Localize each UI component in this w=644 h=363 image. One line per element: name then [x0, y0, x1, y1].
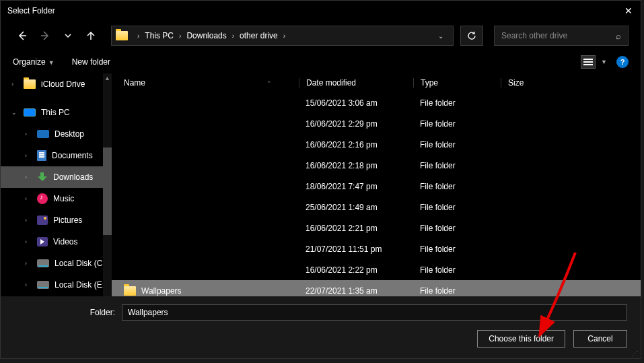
column-headers: Name⌃ Date modified Type Size	[112, 73, 641, 92]
list-row[interactable]: 16/06/2021 2:21 pmFile folder	[112, 218, 641, 238]
tree-item[interactable]: ›Local Disk (E:)	[1, 274, 112, 296]
chevron-down-icon[interactable]: ▼	[601, 59, 607, 65]
breadcrumb-item[interactable]: Downloads	[184, 31, 229, 40]
up-button[interactable]	[81, 26, 100, 45]
scrollbar-thumb[interactable]	[103, 147, 112, 235]
tree-item-icon	[37, 172, 48, 182]
tree-item-icon	[37, 237, 48, 246]
tree-item[interactable]: ›Music	[1, 188, 112, 209]
list-row[interactable]: 16/06/2021 2:29 pmFile folder	[112, 113, 641, 134]
cell-type: File folder	[413, 286, 501, 296]
tree-item-label: This PC	[41, 108, 70, 117]
chevron-icon[interactable]: ›	[25, 282, 32, 288]
tree-item-label: iCloud Drive	[41, 79, 85, 89]
chevron-right-icon[interactable]: ›	[229, 32, 237, 40]
dialog-title: Select Folder	[7, 6, 55, 15]
list-row[interactable]: Wallpapers22/07/2021 1:35 amFile folder	[112, 280, 641, 296]
tree-item-icon	[24, 108, 36, 117]
cell-date: 16/06/2021 2:16 pm	[299, 140, 413, 150]
tree-item[interactable]: ›Desktop	[1, 123, 112, 145]
cell-date: 22/07/2021 1:35 am	[299, 286, 413, 296]
bottom-panel: Folder: Choose this folder Cancel	[1, 296, 641, 358]
resize-grip-icon[interactable]: ⋰	[631, 352, 639, 356]
cell-date: 18/06/2021 7:47 pm	[299, 182, 413, 191]
tree-item-label: Downloads	[53, 172, 93, 182]
column-name[interactable]: Name⌃	[124, 78, 299, 88]
column-date[interactable]: Date modified	[299, 78, 413, 88]
cell-date: 16/06/2021 2:21 pm	[299, 224, 413, 233]
new-folder-button[interactable]: New folder	[72, 57, 110, 67]
chevron-icon[interactable]: ›	[11, 81, 18, 88]
list-row[interactable]: 15/06/2021 3:06 amFile folder	[112, 92, 641, 113]
cell-date: 25/06/2021 1:49 am	[299, 203, 413, 212]
list-row[interactable]: 25/06/2021 1:49 amFile folder	[112, 197, 641, 218]
chevron-down-icon[interactable]: ⌄	[433, 32, 449, 40]
recent-dropdown[interactable]	[59, 26, 77, 45]
column-size[interactable]: Size	[501, 78, 554, 88]
cell-type: File folder	[413, 244, 501, 254]
tree-item-icon	[24, 79, 36, 89]
cell-type: File folder	[413, 140, 501, 150]
tree-item-icon	[37, 150, 46, 161]
chevron-icon[interactable]: ›	[25, 238, 32, 245]
tree-item[interactable]: ⌄This PC	[1, 102, 112, 123]
breadcrumb-item[interactable]: other drive	[237, 31, 281, 40]
chevron-icon[interactable]: ›	[25, 131, 32, 137]
tree-item-label: Pictures	[53, 216, 82, 225]
cell-type: File folder	[413, 98, 501, 108]
tree-item[interactable]: ›Downloads	[1, 166, 112, 188]
chevron-right-icon[interactable]: ›	[176, 32, 184, 40]
cancel-button[interactable]: Cancel	[573, 330, 627, 348]
folder-icon	[124, 286, 136, 296]
content-area: ▲ ›iCloud Drive⌄This PC›Desktop›Document…	[1, 73, 641, 296]
view-button[interactable]	[581, 55, 596, 69]
list-row[interactable]: 18/06/2021 7:47 pmFile folder	[112, 176, 641, 197]
breadcrumb-item[interactable]: This PC	[142, 31, 176, 40]
choose-folder-button[interactable]: Choose this folder	[477, 330, 565, 348]
tree-item-label: Music	[53, 194, 74, 203]
chevron-down-icon: ▼	[48, 59, 55, 66]
list-row[interactable]: 16/06/2021 2:16 pmFile folder	[112, 134, 641, 155]
forward-button[interactable]	[36, 26, 55, 45]
nav-row: › This PC › Downloads › other drive › ⌄ …	[1, 21, 641, 51]
list-row[interactable]: 16/06/2021 2:18 pmFile folder	[112, 155, 641, 176]
tree-item[interactable]: ›Pictures	[1, 209, 112, 231]
list-row[interactable]: 21/07/2021 11:51 pmFile folder	[112, 238, 641, 259]
nav-tree[interactable]: ▲ ›iCloud Drive⌄This PC›Desktop›Document…	[1, 73, 112, 296]
list-row[interactable]: 16/06/2021 2:22 pmFile folder	[112, 259, 641, 280]
organize-button[interactable]: Organize▼	[13, 57, 55, 67]
refresh-button[interactable]	[460, 26, 483, 46]
sort-indicator-icon: ⌃	[266, 80, 272, 87]
tree-item-icon	[37, 130, 49, 138]
tree-item-icon	[37, 281, 49, 289]
tree-item-label: Desktop	[55, 129, 84, 139]
cell-date: 16/06/2021 2:18 pm	[299, 161, 413, 170]
folder-name-input[interactable]	[122, 304, 627, 321]
chevron-icon[interactable]: ⌄	[11, 109, 18, 116]
tree-item-icon	[37, 259, 49, 267]
breadcrumb[interactable]: › This PC › Downloads › other drive › ⌄	[111, 26, 454, 46]
folder-icon	[116, 31, 128, 40]
chevron-icon[interactable]: ›	[25, 152, 32, 159]
chevron-icon[interactable]: ›	[25, 217, 32, 224]
titlebar: Select Folder ✕	[1, 1, 641, 21]
search-box[interactable]: ⌕	[494, 26, 629, 46]
help-icon[interactable]: ?	[616, 56, 629, 68]
chevron-right-icon[interactable]: ›	[135, 32, 142, 40]
chevron-icon[interactable]: ›	[25, 174, 32, 180]
chevron-right-icon[interactable]: ›	[281, 32, 288, 40]
tree-item[interactable]: ›Local Disk (C:)	[1, 253, 112, 274]
tree-item-label: Local Disk (C:)	[55, 259, 108, 268]
back-button[interactable]	[13, 26, 32, 45]
tree-item[interactable]: ›Videos	[1, 231, 112, 253]
chevron-icon[interactable]: ›	[25, 260, 32, 267]
search-icon[interactable]: ⌕	[616, 31, 621, 41]
search-input[interactable]	[501, 31, 616, 40]
tree-item-label: Videos	[53, 237, 77, 246]
column-type[interactable]: Type	[413, 78, 501, 88]
close-icon[interactable]: ✕	[624, 5, 633, 16]
chevron-icon[interactable]: ›	[25, 195, 32, 202]
tree-item[interactable]: ›Documents	[1, 145, 112, 166]
tree-item[interactable]: ›iCloud Drive	[1, 73, 112, 95]
scroll-up-icon[interactable]: ▲	[104, 75, 110, 81]
